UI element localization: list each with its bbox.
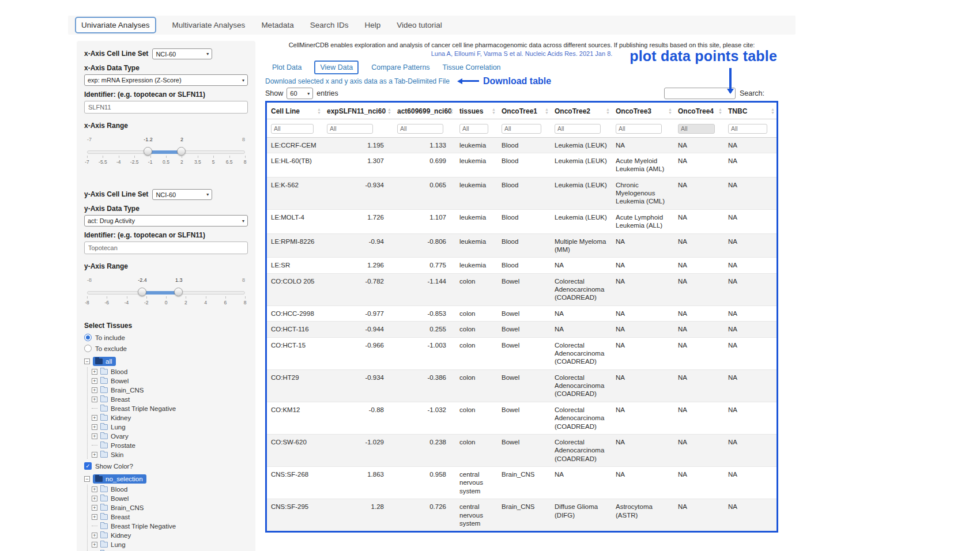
- expand-plus-icon[interactable]: +: [92, 533, 97, 538]
- include-tree-item-bowel[interactable]: +Bowel: [92, 376, 248, 385]
- nav-item-video-tutorial[interactable]: Video tutorial: [397, 21, 442, 29]
- y-axis-identifier-input[interactable]: [84, 241, 248, 254]
- expand-plus-icon[interactable]: +: [92, 496, 97, 501]
- include-tree-item-lung[interactable]: +Lung: [92, 422, 248, 431]
- filter-input-cell-line[interactable]: [271, 124, 314, 134]
- tab-compare-patterns[interactable]: Compare Patterns: [371, 63, 429, 71]
- filter-input-oncotree3[interactable]: [616, 124, 662, 134]
- expand-plus-icon[interactable]: +: [92, 433, 97, 439]
- column-header-tnbc[interactable]: TNBC: [724, 103, 777, 119]
- include-tree-item-prostate[interactable]: Prostate: [92, 441, 248, 450]
- radio-unselected-icon[interactable]: [84, 345, 92, 352]
- column-header-oncotree1[interactable]: OncoTree1: [497, 103, 551, 119]
- expand-plus-icon[interactable]: +: [92, 424, 97, 430]
- expand-plus-icon[interactable]: +: [92, 415, 97, 421]
- x-axis-data-type-select[interactable]: exp: mRNA Expression (Z-Score) ▾: [84, 74, 248, 86]
- nav-item-univariate-analyses[interactable]: Univariate Analyses: [75, 17, 156, 33]
- column-header-tissues[interactable]: tissues: [455, 103, 497, 119]
- sort-icon[interactable]: [387, 108, 391, 115]
- column-header-oncotree2[interactable]: OncoTree2: [551, 103, 612, 119]
- tab-tissue-correlation[interactable]: Tissue Correlation: [443, 63, 501, 71]
- expand-plus-icon[interactable]: +: [92, 378, 97, 384]
- filter-input-oncotree4[interactable]: [678, 124, 715, 134]
- sort-icon[interactable]: [492, 108, 496, 115]
- column-header-oncotree3[interactable]: OncoTree3: [612, 103, 674, 119]
- y-axis-range-slider-low-handle[interactable]: [138, 288, 146, 296]
- filter-input-act609699-nci60[interactable]: [397, 124, 443, 134]
- expand-plus-icon[interactable]: +: [92, 505, 97, 511]
- include-tree-item-blood[interactable]: +Blood: [92, 367, 248, 376]
- tissue-include-option[interactable]: To include: [84, 334, 248, 341]
- nav-item-metadata[interactable]: Metadata: [261, 21, 293, 29]
- include-tree-item-breast[interactable]: +Breast: [92, 395, 248, 403]
- include-tree-item-kidney[interactable]: +Kidney: [92, 413, 248, 422]
- expand-plus-icon[interactable]: +: [92, 452, 97, 458]
- include-tree-root-row[interactable]: −all: [84, 356, 248, 367]
- column-header-oncotree4[interactable]: OncoTree4: [674, 103, 724, 119]
- y-axis-cell-line-set-select[interactable]: NCI-60 ▾: [152, 189, 212, 200]
- tab-plot-data[interactable]: Plot Data: [272, 63, 301, 71]
- cell-oncotree4: NA: [674, 499, 724, 531]
- exclude-tree-item-blood[interactable]: +Blood: [92, 485, 248, 493]
- include-tree-collapse-icon[interactable]: −: [84, 358, 90, 364]
- expand-plus-icon[interactable]: +: [92, 369, 97, 375]
- search-input[interactable]: [664, 88, 736, 99]
- include-tree-item-brain-cns[interactable]: +Brain_CNS: [92, 386, 248, 394]
- column-header-cell-line[interactable]: Cell Line: [267, 103, 323, 119]
- nav-item-multivariate-analyses[interactable]: Multivariate Analyses: [172, 21, 246, 29]
- x-axis-range-slider-high-handle[interactable]: [177, 147, 186, 156]
- include-tree-item-breast-triple-negative[interactable]: Breast Triple Negative: [92, 404, 248, 413]
- y-axis-range-slider[interactable]: -2.41.3-88-8-6-4-202468: [87, 285, 245, 310]
- y-axis-range-slider-high-handle[interactable]: [174, 288, 183, 296]
- entries-per-page-select[interactable]: 60 ▾: [287, 88, 313, 99]
- include-tree-item-skin[interactable]: +Skin: [92, 450, 248, 459]
- table-row: CO:COLO 205-0.782-1.144colonBowelColorec…: [267, 273, 777, 305]
- filter-input-oncotree1[interactable]: [502, 124, 541, 134]
- exclude-tree-root-row[interactable]: −no_selection: [84, 474, 248, 484]
- sort-icon[interactable]: [771, 108, 775, 115]
- show-color-option[interactable]: ✓ Show Color?: [84, 462, 248, 470]
- sort-icon[interactable]: [317, 108, 321, 115]
- exclude-tree-root-node[interactable]: no_selection: [93, 474, 146, 484]
- sort-icon[interactable]: [450, 108, 454, 115]
- cell-cell-line: LE:SR: [267, 258, 323, 273]
- exclude-tree-item-brain-cns[interactable]: +Brain_CNS: [92, 503, 248, 512]
- filter-input-expslfn11-nci60[interactable]: [327, 124, 373, 134]
- expand-plus-icon[interactable]: +: [92, 514, 97, 520]
- x-axis-range-slider[interactable]: -1.22-78-7-5.5-4-2.5-10.523.556.58: [87, 144, 245, 169]
- radio-selected-icon[interactable]: [84, 334, 92, 341]
- include-tree-root-node[interactable]: all: [93, 357, 116, 366]
- exclude-tree-item-kidney[interactable]: +Kidney: [92, 531, 248, 539]
- filter-input-oncotree2[interactable]: [555, 124, 601, 134]
- tab-view-data[interactable]: View Data: [314, 61, 359, 74]
- tissue-exclude-option[interactable]: To exclude: [84, 345, 248, 352]
- expand-plus-icon[interactable]: +: [92, 387, 97, 393]
- filter-input-tnbc[interactable]: [728, 124, 767, 134]
- filter-input-tissues[interactable]: [459, 124, 488, 134]
- column-header-expslfn11-nci60[interactable]: expSLFN11_nci60: [323, 103, 393, 119]
- expand-plus-icon[interactable]: +: [92, 542, 97, 548]
- x-axis-cell-line-set-select[interactable]: NCI-60 ▾: [152, 48, 212, 59]
- column-header-act609699-nci60[interactable]: act609699_nci60: [393, 103, 455, 119]
- exclude-tree-item-breast-triple-negative[interactable]: Breast Triple Negative: [92, 522, 248, 530]
- cell-tissues: leukemia: [455, 233, 497, 258]
- nav-item-help[interactable]: Help: [364, 21, 380, 29]
- sort-icon[interactable]: [606, 108, 610, 115]
- nav-item-search-ids[interactable]: Search IDs: [310, 21, 349, 29]
- checkbox-checked-icon[interactable]: ✓: [84, 462, 92, 470]
- x-axis-data-type-label: x-Axis Data Type: [84, 64, 248, 73]
- x-axis-identifier-input[interactable]: [84, 101, 248, 114]
- sort-icon[interactable]: [668, 108, 672, 115]
- sort-icon[interactable]: [545, 108, 549, 115]
- expand-plus-icon[interactable]: +: [92, 486, 97, 492]
- expand-plus-icon[interactable]: +: [92, 397, 97, 402]
- exclude-tree-item-breast[interactable]: +Breast: [92, 512, 248, 521]
- x-axis-range-slider-low-handle[interactable]: [144, 147, 152, 156]
- download-tab-delimited-link[interactable]: Download selected x and y axis data as a…: [265, 77, 450, 85]
- exclude-tree-item-lung[interactable]: +Lung: [92, 540, 248, 549]
- exclude-tree-item-bowel[interactable]: +Bowel: [92, 494, 248, 503]
- sort-icon[interactable]: [718, 108, 722, 115]
- exclude-tree-collapse-icon[interactable]: −: [84, 476, 90, 482]
- include-tree-item-ovary[interactable]: +Ovary: [92, 432, 248, 440]
- y-axis-data-type-select[interactable]: act: Drug Activity ▾: [84, 215, 248, 227]
